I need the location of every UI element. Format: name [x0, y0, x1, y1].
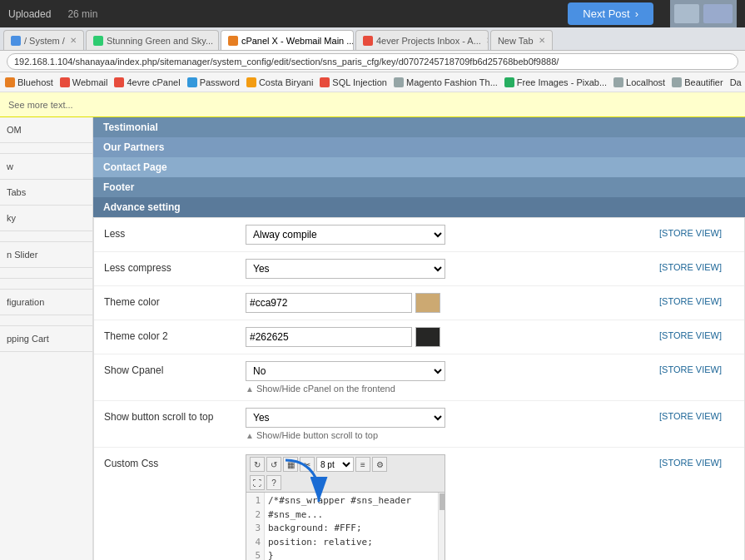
less-compress-select[interactable]: Yes No: [246, 259, 445, 279]
sidebar-item-tabs[interactable]: Tabs: [7, 185, 86, 200]
thumbnail: [670, 0, 737, 27]
css-editor[interactable]: ↻ ↺ ▦ ✂ 8 pt ≡ ⚙ ⛶ ?: [246, 454, 445, 560]
theme-color-input[interactable]: [246, 293, 412, 313]
copy-button[interactable]: ▦: [283, 457, 298, 472]
scroll-top-label: Show button scroll to top: [104, 408, 237, 423]
bookmark-beautifier[interactable]: Beautifier: [672, 77, 723, 87]
format-button[interactable]: ≡: [355, 457, 370, 472]
bookmark-localhost[interactable]: Localhost: [613, 77, 665, 87]
settings-button[interactable]: ⚙: [372, 457, 387, 472]
sidebar-item-om[interactable]: OM: [7, 122, 86, 137]
scroll-top-select[interactable]: Yes No: [246, 408, 445, 428]
tab-system[interactable]: / System / ✕: [3, 30, 84, 50]
less-compress-value: Yes No: [246, 259, 651, 279]
less-compress-store-view[interactable]: [STORE VIEW]: [659, 259, 734, 272]
tab-4ever[interactable]: 4ever Projects Inbox - A... ✕: [355, 30, 489, 50]
tab-cpanel[interactable]: cPanel X - Webmail Main ... ✕: [221, 30, 354, 50]
section-testimonial[interactable]: Testimonial: [93, 117, 745, 137]
tab-close-icon[interactable]: ✕: [539, 36, 545, 45]
browser-tabs: / System / ✕ Stunning Green and Sky... ✕…: [0, 27, 745, 51]
code-line-2: background: #FFF;: [268, 522, 435, 536]
bookmarks-bar: Bluehost Webmail 4evre cPanel Password C…: [0, 72, 745, 92]
bookmark-magento[interactable]: Magento Fashion Th...: [394, 77, 498, 87]
font-size-select[interactable]: 8 pt: [316, 457, 354, 472]
less-label: Less: [104, 225, 237, 240]
tab-newtab[interactable]: New Tab ✕: [490, 30, 553, 50]
section-contact-page[interactable]: Contact Page: [93, 157, 745, 177]
tab-close-icon[interactable]: ✕: [486, 36, 489, 45]
theme-color-store-view[interactable]: [STORE VIEW]: [659, 293, 734, 306]
sidebar-item-config[interactable]: figuration: [7, 295, 86, 310]
next-post-button[interactable]: Next Post ›: [568, 2, 653, 25]
config-row-less-compress: Less compress Yes No [STORE VIEW]: [94, 252, 744, 286]
section-footer[interactable]: Footer: [93, 177, 745, 197]
config-row-theme-color: Theme color [STORE VIEW]: [94, 286, 744, 320]
undo-button[interactable]: ↻: [250, 457, 265, 472]
sidebar-item-w[interactable]: w: [7, 159, 86, 174]
tab-close-icon[interactable]: ✕: [70, 36, 77, 45]
less-store-view[interactable]: [STORE VIEW]: [659, 225, 734, 238]
arrow-icon: ▲: [246, 431, 254, 440]
top-bar: Uploaded 26 min Next Post ›: [0, 0, 745, 27]
sidebar-section-ky: ky: [0, 206, 92, 231]
uploaded-label: Uploaded: [8, 8, 51, 20]
cpanel-help: ▲ Show/Hide cPanel on the frontend: [246, 384, 651, 394]
cut-button[interactable]: ✂: [300, 457, 315, 472]
bookmark-password[interactable]: Password: [187, 77, 240, 87]
bookmark-bluehost[interactable]: Bluehost: [5, 77, 53, 87]
theme-color2-swatch[interactable]: [415, 327, 440, 347]
bookmark-pixabay[interactable]: Free Images - Pixab...: [504, 77, 607, 87]
bookmark-4evre[interactable]: 4evre cPanel: [114, 77, 180, 87]
color-input-row-1: [246, 293, 651, 313]
scroll-top-help: ▲ Show/Hide button scroll to top: [246, 430, 651, 440]
bookmark-sql[interactable]: SQL Injection: [320, 77, 387, 87]
code-text[interactable]: /*#sns_wrapper #sns_header #sns_me... ba…: [265, 493, 438, 560]
image-button[interactable]: ⛶: [250, 475, 265, 490]
section-advance-setting[interactable]: Advance setting: [93, 197, 745, 217]
tab-close-icon[interactable]: ✕: [218, 36, 219, 45]
cpanel-select[interactable]: No Yes: [246, 361, 445, 381]
sidebar-section-blank2: [0, 231, 92, 242]
editor-toolbar: ↻ ↺ ▦ ✂ 8 pt ≡ ⚙ ⛶ ?: [246, 455, 445, 493]
cpanel-label: Show Cpanel: [104, 361, 237, 376]
svg-rect-1: [674, 4, 699, 23]
main-area: OM w Tabs ky n Slider: [0, 117, 745, 560]
time-label: 26 min: [67, 8, 97, 20]
config-row-theme-color2: Theme color 2 [STORE VIEW]: [94, 320, 744, 354]
bookmark-da[interactable]: Da: [730, 77, 742, 87]
sidebar-item-slider[interactable]: n Slider: [7, 247, 86, 262]
help-button[interactable]: ?: [266, 475, 281, 490]
sidebar-item-ky[interactable]: ky: [7, 211, 86, 225]
custom-css-store-view[interactable]: [STORE VIEW]: [659, 454, 734, 468]
sidebar-section-blank1: [0, 143, 92, 154]
section-our-partners[interactable]: Our Partners: [93, 137, 745, 157]
config-section-advance: Less Alway compile Never compile [STORE …: [93, 217, 745, 560]
less-select[interactable]: Alway compile Never compile: [246, 225, 445, 245]
address-input[interactable]: [7, 53, 738, 70]
config-row-less: Less Alway compile Never compile [STORE …: [94, 218, 744, 252]
config-row-scroll-top: Show button scroll to top Yes No ▲ Show/…: [94, 401, 744, 448]
sidebar-section-blank5: [0, 315, 92, 326]
theme-color-label: Theme color: [104, 293, 237, 308]
sidebar-item-cart[interactable]: pping Cart: [7, 331, 86, 346]
custom-css-label: Custom Css: [104, 454, 237, 469]
bookmark-biryani[interactable]: Costa Biryani: [246, 77, 313, 87]
bookmark-webmail[interactable]: Webmail: [60, 77, 108, 87]
theme-color2-input[interactable]: [246, 327, 412, 347]
scroll-top-store-view[interactable]: [STORE VIEW]: [659, 408, 734, 421]
theme-color2-store-view[interactable]: [STORE VIEW]: [659, 327, 734, 340]
redo-button[interactable]: ↺: [266, 457, 281, 472]
custom-css-value: ↻ ↺ ▦ ✂ 8 pt ≡ ⚙ ⛶ ?: [246, 454, 651, 560]
theme-color-swatch[interactable]: [415, 293, 440, 313]
chevron-right-icon: ›: [635, 7, 638, 20]
editor-toolbar-row2: ⛶ ?: [250, 475, 441, 490]
cpanel-store-view[interactable]: [STORE VIEW]: [659, 361, 734, 374]
sidebar-section-blank4: [0, 279, 92, 290]
color-input-row-2: [246, 327, 651, 347]
scrollbar-thumb: [440, 493, 445, 510]
sidebar-section-slider: n Slider: [0, 242, 92, 268]
config-row-cpanel: Show Cpanel No Yes ▲ Show/Hide cPanel on…: [94, 354, 744, 401]
editor-scrollbar[interactable]: [438, 493, 445, 560]
editor-content-area[interactable]: 1 2 3 4 5 6 7 8 /*#sns_wrapper #sns_head…: [246, 493, 445, 560]
tab-stunning[interactable]: Stunning Green and Sky... ✕: [86, 30, 219, 50]
